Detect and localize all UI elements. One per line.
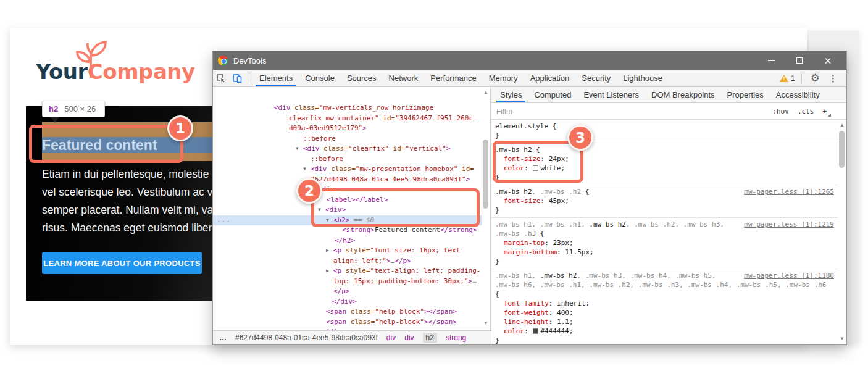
- css-declaration[interactable]: margin-bottom: 11.5px;: [495, 248, 834, 257]
- devtools-titlebar[interactable]: DevTools ✕: [213, 51, 846, 70]
- dom-token: </p>: [394, 257, 411, 265]
- css-rule-3[interactable]: mw-paper.less (1):1219.mw-bs h1, .mw-bs …: [491, 218, 838, 269]
- dom-token: top: 15px; padding-bottom: 30px;": [333, 277, 469, 285]
- tab-memory[interactable]: Memory: [483, 70, 524, 86]
- breadcrumb-h2[interactable]: h2: [423, 333, 437, 343]
- toggle-device-toolbar-button[interactable]: [229, 70, 245, 86]
- color-swatch[interactable]: [533, 328, 538, 334]
- breadcrumb-strong[interactable]: strong: [446, 333, 466, 342]
- styles-toolbar--cls[interactable]: .cls: [798, 107, 814, 115]
- css-declaration[interactable]: line-height: 1.1;: [495, 317, 834, 327]
- dom-tree-row[interactable]: <span class="help-block"></span>: [213, 317, 482, 328]
- dom-token: >: [386, 257, 391, 265]
- css-declaration[interactable]: font-size: 45px;: [495, 196, 834, 206]
- tab-network[interactable]: Network: [383, 70, 425, 86]
- annotation-badge-3: 3: [567, 125, 593, 151]
- styles-tab-properties[interactable]: Properties: [721, 87, 770, 102]
- scrollbar-thumb[interactable]: [483, 140, 488, 209]
- dom-token: class=: [327, 165, 356, 173]
- dom-tree-row[interactable]: ▼<div class="mw-presentation homebox" id…: [213, 164, 482, 175]
- styles-toolbar--hov[interactable]: :hov: [772, 107, 789, 115]
- styles-scrollbar[interactable]: ▲ ▼: [838, 120, 846, 344]
- dom-tree-row[interactable]: ::before: [213, 134, 482, 144]
- dom-tree-row[interactable]: ▼<div class="clearfix" id="vertical">: [213, 144, 482, 154]
- styles-tab-styles[interactable]: Styles: [494, 87, 528, 102]
- css-rule-4[interactable]: mw-paper.less (1):1180.mw-bs h1, .mw-bs …: [491, 269, 838, 344]
- dom-tree-row[interactable]: ▶<p style="text-align: left; padding-: [213, 266, 482, 277]
- expand-arrow-icon[interactable]: ▶: [326, 246, 333, 256]
- styles-tab-dom-breakpoints[interactable]: DOM Breakpoints: [645, 87, 721, 102]
- dom-tree-row[interactable]: align: left;">…</p>: [213, 256, 482, 267]
- tab-sources[interactable]: Sources: [341, 70, 383, 86]
- styles-filter-input[interactable]: [496, 107, 772, 116]
- styles-tab-accessibility[interactable]: Accessibility: [770, 87, 826, 102]
- breadcrumb--[interactable]: …: [219, 333, 227, 342]
- tab-security[interactable]: Security: [575, 70, 617, 86]
- dom-tree-row[interactable]: top: 15px; padding-bottom: 30px;">…: [213, 277, 482, 287]
- styles-scrollbar-thumb[interactable]: [839, 131, 845, 168]
- inspect-element-button[interactable]: [213, 70, 229, 86]
- css-declaration[interactable]: margin-top: 23px;: [495, 238, 834, 248]
- minimize-icon: [768, 60, 775, 61]
- dom-tree-row[interactable]: </h2>: [213, 236, 482, 246]
- tab-elements[interactable]: Elements: [253, 70, 299, 86]
- dom-tree-row[interactable]: <span class="help-block"></span>: [213, 307, 482, 317]
- css-property-name: font-weight: [504, 309, 549, 317]
- selector-part: .mw-bs h2: [495, 188, 532, 196]
- tab-performance[interactable]: Performance: [424, 70, 482, 86]
- dom-tree-row[interactable]: ::before: [213, 154, 482, 165]
- styles-scroll-up-arrow[interactable]: ▲: [838, 121, 846, 130]
- css-source-link[interactable]: mw-paper.less (1):1265: [744, 187, 834, 196]
- dom-token: d09a-03ed9512e179": [289, 124, 362, 132]
- css-colon: :: [541, 197, 549, 205]
- row-more-dots[interactable]: ...: [217, 215, 231, 226]
- css-declaration[interactable]: font-family: inherit;: [495, 299, 834, 308]
- dom-token: class=: [320, 144, 348, 152]
- dom-tree-row[interactable]: clearfix mw-container" id="39462467-f951…: [213, 114, 482, 124]
- dom-tree-row[interactable]: <div class="mw-verticals_row horizimage: [213, 103, 482, 114]
- dom-token: id=: [457, 165, 474, 173]
- settings-gear-icon[interactable]: ⚙: [808, 72, 822, 85]
- css-colon: :: [549, 318, 557, 326]
- close-button[interactable]: ✕: [818, 54, 838, 67]
- breadcrumb-div[interactable]: div: [386, 333, 396, 342]
- tab-console[interactable]: Console: [299, 70, 341, 86]
- styles-toolbar-new-rule[interactable]: +: [822, 107, 827, 115]
- css-declaration[interactable]: font-weight: 400;: [495, 308, 834, 317]
- elements-scrollbar[interactable]: ▲ ▼: [482, 87, 490, 330]
- css-property-value: 11.5px;: [565, 248, 593, 256]
- scroll-down-arrow[interactable]: ▼: [482, 319, 490, 328]
- maximize-button[interactable]: [790, 54, 809, 67]
- dom-tree-row[interactable]: "627d4498-048a-01ca-4ee5-98dca0ca093f">: [213, 175, 482, 185]
- minimize-button[interactable]: [761, 54, 781, 67]
- dom-tree-row[interactable]: d09a-03ed9512e179">: [213, 123, 482, 134]
- css-property-name: color: [504, 327, 524, 335]
- dom-token: class=: [291, 104, 319, 112]
- dom-tree-row[interactable]: ▶<p style="font-size: 16px; text-: [213, 246, 482, 256]
- css-source-link[interactable]: mw-paper.less (1):1180: [744, 271, 834, 280]
- expand-arrow-icon[interactable]: ▼: [296, 144, 303, 154]
- css-source-link[interactable]: mw-paper.less (1):1219: [744, 220, 834, 229]
- styles-tab-computed[interactable]: Computed: [528, 87, 577, 102]
- styles-scroll-down-arrow[interactable]: ▼: [838, 335, 846, 343]
- learn-more-button[interactable]: LEARN MORE ABOUT OUR PRODUCTS: [42, 252, 202, 274]
- css-colon: :: [557, 248, 565, 256]
- breadcrumb-div[interactable]: div: [404, 333, 414, 342]
- scroll-up-arrow[interactable]: ▲: [482, 88, 490, 97]
- expand-arrow-icon[interactable]: ▼: [303, 164, 311, 175]
- more-options-kebab-icon[interactable]: ⋮: [825, 73, 841, 84]
- css-colon: :: [549, 309, 557, 317]
- dom-token: id=: [379, 114, 396, 122]
- tab-application[interactable]: Application: [524, 70, 576, 86]
- dom-tree-row[interactable]: </div>: [213, 297, 482, 307]
- css-rule-2[interactable]: mw-paper.less (1):1265.mw-bs h2, .mw-bs …: [491, 185, 838, 218]
- css-declaration[interactable]: color: #444444;: [495, 327, 834, 336]
- warning-badge[interactable]: 1: [780, 74, 795, 83]
- breadcrumb-id[interactable]: #627d4498-048a-01ca-4ee5-98dca0ca093f: [235, 333, 378, 342]
- styles-tab-event-listeners[interactable]: Event Listeners: [577, 87, 645, 102]
- dom-token: "clearfix": [348, 144, 389, 152]
- dom-tree-row[interactable]: </p>: [213, 286, 482, 297]
- tab-lighthouse[interactable]: Lighthouse: [617, 70, 669, 86]
- expand-arrow-icon[interactable]: ▶: [326, 266, 333, 277]
- css-rule-0[interactable]: element.style {}: [491, 120, 838, 143]
